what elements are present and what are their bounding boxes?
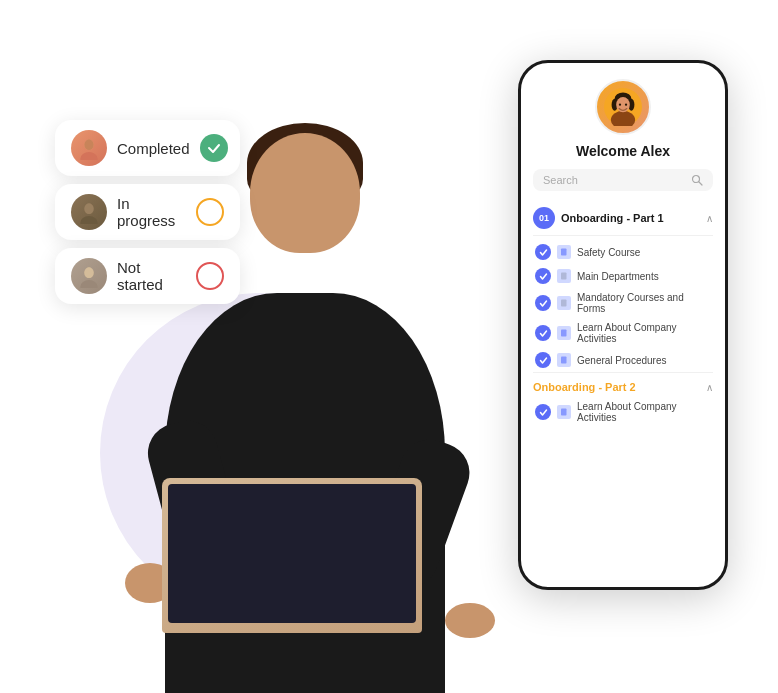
course-item-6: Learn About Company Activities — [533, 397, 713, 427]
svg-point-5 — [84, 203, 93, 214]
course-item-3: Mandatory Courses and Forms — [533, 288, 713, 318]
svg-line-19 — [699, 182, 703, 186]
check-icon-1 — [535, 244, 551, 260]
course-item-1: Safety Course — [533, 240, 713, 264]
inprogress-icon — [196, 198, 224, 226]
svg-rect-23 — [561, 330, 567, 337]
inprogress-label: In progress — [117, 195, 186, 229]
course-name-4: Learn About Company Activities — [577, 322, 711, 344]
file-icon-1 — [557, 245, 571, 259]
section-1-title: Onboarding - Part 1 — [561, 212, 706, 224]
avatar-notstarted — [71, 258, 107, 294]
svg-rect-22 — [561, 300, 567, 307]
phone-search-placeholder: Search — [543, 174, 685, 186]
status-card-notstarted: Not started — [55, 248, 240, 304]
svg-point-16 — [619, 104, 621, 106]
laptop-screen — [168, 484, 416, 623]
section-1-chevron: ∧ — [706, 213, 713, 224]
svg-point-17 — [625, 104, 627, 106]
search-icon — [691, 174, 703, 186]
section-1-header[interactable]: 01 Onboarding - Part 1 ∧ — [533, 201, 713, 236]
course-name-1: Safety Course — [577, 247, 640, 258]
person-head — [250, 133, 360, 253]
course-item-2: Main Departments — [533, 264, 713, 288]
check-icon-5 — [535, 352, 551, 368]
section-2-chevron: ∧ — [706, 382, 713, 393]
notstarted-icon — [196, 262, 224, 290]
svg-rect-20 — [561, 249, 567, 256]
phone-mockup: Welcome Alex Search 01 Onboarding - Part… — [518, 60, 728, 590]
file-icon-2 — [557, 269, 571, 283]
svg-point-7 — [80, 280, 97, 288]
phone-content: Welcome Alex Search 01 Onboarding - Part… — [521, 63, 725, 587]
person-hand-right — [445, 603, 495, 638]
section-2-header[interactable]: Onboarding - Part 2 ∧ — [533, 372, 713, 397]
svg-rect-21 — [561, 273, 567, 280]
phone-search-bar[interactable]: Search — [533, 169, 713, 191]
status-card-completed: Completed — [55, 120, 240, 176]
course-name-6: Learn About Company Activities — [577, 401, 711, 423]
check-icon-4 — [535, 325, 551, 341]
check-icon-3 — [535, 295, 551, 311]
file-icon-4 — [557, 326, 571, 340]
course-name-3: Mandatory Courses and Forms — [577, 292, 711, 314]
phone-avatar-container — [533, 79, 713, 135]
svg-point-4 — [80, 216, 97, 224]
notstarted-label: Not started — [117, 259, 186, 293]
completed-label: Completed — [117, 140, 190, 157]
file-icon-3 — [557, 296, 571, 310]
svg-point-8 — [84, 267, 93, 278]
avatar-inprogress — [71, 194, 107, 230]
laptop — [162, 478, 422, 633]
check-icon-2 — [535, 268, 551, 284]
section-1-number: 01 — [533, 207, 555, 229]
status-cards-container: Completed In progress Not s — [55, 120, 240, 304]
completed-icon — [200, 134, 228, 162]
svg-rect-25 — [561, 409, 567, 416]
file-icon-5 — [557, 353, 571, 367]
status-card-inprogress: In progress — [55, 184, 240, 240]
phone-welcome-text: Welcome Alex — [533, 143, 713, 159]
course-item-5: General Procedures — [533, 348, 713, 372]
svg-point-2 — [84, 139, 93, 150]
svg-point-1 — [80, 152, 97, 160]
course-item-4: Learn About Company Activities — [533, 318, 713, 348]
course-name-5: General Procedures — [577, 355, 667, 366]
phone-avatar — [595, 79, 651, 135]
check-icon-6 — [535, 404, 551, 420]
course-name-2: Main Departments — [577, 271, 659, 282]
svg-rect-24 — [561, 357, 567, 364]
section-2-title: Onboarding - Part 2 — [533, 381, 706, 393]
file-icon-6 — [557, 405, 571, 419]
avatar-completed — [71, 130, 107, 166]
